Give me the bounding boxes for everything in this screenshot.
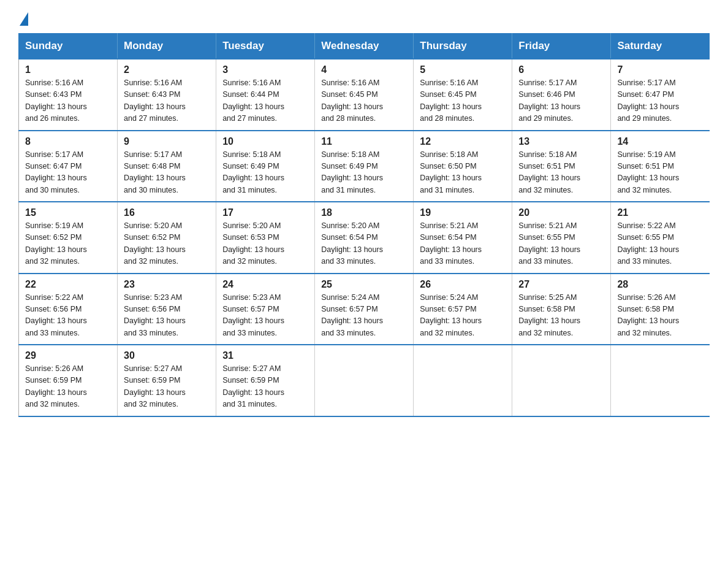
day-info: Sunrise: 5:18 AMSunset: 6:51 PMDaylight:… bbox=[518, 149, 604, 197]
calendar-week-row: 8Sunrise: 5:17 AMSunset: 6:47 PMDaylight… bbox=[19, 131, 710, 202]
calendar-cell: 7Sunrise: 5:17 AMSunset: 6:47 PMDaylight… bbox=[611, 59, 710, 131]
calendar-cell: 28Sunrise: 5:26 AMSunset: 6:58 PMDayligh… bbox=[611, 274, 710, 345]
day-number: 18 bbox=[321, 207, 407, 218]
calendar-cell: 27Sunrise: 5:25 AMSunset: 6:58 PMDayligh… bbox=[512, 274, 611, 345]
day-number: 2 bbox=[124, 64, 210, 75]
calendar-cell: 13Sunrise: 5:18 AMSunset: 6:51 PMDayligh… bbox=[512, 131, 611, 202]
day-info: Sunrise: 5:19 AMSunset: 6:51 PMDaylight:… bbox=[617, 149, 703, 197]
calendar-cell: 15Sunrise: 5:19 AMSunset: 6:52 PMDayligh… bbox=[19, 202, 118, 274]
day-info: Sunrise: 5:24 AMSunset: 6:57 PMDaylight:… bbox=[321, 292, 407, 340]
calendar-cell: 3Sunrise: 5:16 AMSunset: 6:44 PMDaylight… bbox=[216, 59, 315, 131]
day-number: 10 bbox=[222, 136, 308, 147]
day-number: 27 bbox=[518, 279, 604, 290]
calendar-cell: 31Sunrise: 5:27 AMSunset: 6:59 PMDayligh… bbox=[216, 345, 315, 416]
header-cell-monday: Monday bbox=[118, 34, 216, 59]
calendar-cell: 11Sunrise: 5:18 AMSunset: 6:49 PMDayligh… bbox=[315, 131, 414, 202]
header-row: SundayMondayTuesdayWednesdayThursdayFrid… bbox=[19, 34, 710, 59]
day-number: 4 bbox=[321, 64, 407, 75]
day-number: 5 bbox=[420, 64, 506, 75]
day-info: Sunrise: 5:22 AMSunset: 6:55 PMDaylight:… bbox=[617, 220, 703, 268]
day-info: Sunrise: 5:17 AMSunset: 6:47 PMDaylight:… bbox=[617, 77, 703, 125]
day-info: Sunrise: 5:18 AMSunset: 6:49 PMDaylight:… bbox=[222, 149, 308, 197]
day-number: 21 bbox=[617, 207, 703, 218]
day-info: Sunrise: 5:16 AMSunset: 6:43 PMDaylight:… bbox=[124, 77, 210, 125]
day-info: Sunrise: 5:18 AMSunset: 6:50 PMDaylight:… bbox=[420, 149, 506, 197]
calendar-header: SundayMondayTuesdayWednesdayThursdayFrid… bbox=[19, 34, 710, 59]
day-info: Sunrise: 5:17 AMSunset: 6:47 PMDaylight:… bbox=[25, 149, 111, 197]
calendar-week-row: 15Sunrise: 5:19 AMSunset: 6:52 PMDayligh… bbox=[19, 202, 710, 274]
calendar-cell: 22Sunrise: 5:22 AMSunset: 6:56 PMDayligh… bbox=[19, 274, 118, 345]
day-number: 31 bbox=[222, 350, 308, 361]
day-info: Sunrise: 5:22 AMSunset: 6:56 PMDaylight:… bbox=[25, 292, 111, 340]
header-cell-saturday: Saturday bbox=[611, 34, 710, 59]
calendar-cell: 10Sunrise: 5:18 AMSunset: 6:49 PMDayligh… bbox=[216, 131, 315, 202]
day-info: Sunrise: 5:21 AMSunset: 6:55 PMDaylight:… bbox=[518, 220, 604, 268]
header-cell-wednesday: Wednesday bbox=[315, 34, 414, 59]
calendar-cell: 9Sunrise: 5:17 AMSunset: 6:48 PMDaylight… bbox=[118, 131, 216, 202]
day-info: Sunrise: 5:20 AMSunset: 6:53 PMDaylight:… bbox=[222, 220, 308, 268]
calendar-cell: 24Sunrise: 5:23 AMSunset: 6:57 PMDayligh… bbox=[216, 274, 315, 345]
day-number: 6 bbox=[518, 64, 604, 75]
calendar-cell: 6Sunrise: 5:17 AMSunset: 6:46 PMDaylight… bbox=[512, 59, 611, 131]
day-info: Sunrise: 5:23 AMSunset: 6:57 PMDaylight:… bbox=[222, 292, 308, 340]
day-number: 1 bbox=[25, 64, 111, 75]
calendar-cell: 30Sunrise: 5:27 AMSunset: 6:59 PMDayligh… bbox=[118, 345, 216, 416]
calendar-week-row: 1Sunrise: 5:16 AMSunset: 6:43 PMDaylight… bbox=[19, 59, 710, 131]
day-info: Sunrise: 5:27 AMSunset: 6:59 PMDaylight:… bbox=[222, 363, 308, 411]
calendar-cell bbox=[611, 345, 710, 416]
calendar-cell: 23Sunrise: 5:23 AMSunset: 6:56 PMDayligh… bbox=[118, 274, 216, 345]
logo bbox=[18, 12, 29, 22]
day-number: 19 bbox=[420, 207, 506, 218]
day-info: Sunrise: 5:24 AMSunset: 6:57 PMDaylight:… bbox=[420, 292, 506, 340]
calendar-cell: 16Sunrise: 5:20 AMSunset: 6:52 PMDayligh… bbox=[118, 202, 216, 274]
day-number: 20 bbox=[518, 207, 604, 218]
calendar-cell: 25Sunrise: 5:24 AMSunset: 6:57 PMDayligh… bbox=[315, 274, 414, 345]
calendar-cell: 4Sunrise: 5:16 AMSunset: 6:45 PMDaylight… bbox=[315, 59, 414, 131]
day-info: Sunrise: 5:20 AMSunset: 6:54 PMDaylight:… bbox=[321, 220, 407, 268]
calendar-week-row: 29Sunrise: 5:26 AMSunset: 6:59 PMDayligh… bbox=[19, 345, 710, 416]
day-number: 13 bbox=[518, 136, 604, 147]
logo-triangle-icon bbox=[20, 12, 28, 26]
day-number: 24 bbox=[222, 279, 308, 290]
day-number: 22 bbox=[25, 279, 111, 290]
day-info: Sunrise: 5:20 AMSunset: 6:52 PMDaylight:… bbox=[124, 220, 210, 268]
day-info: Sunrise: 5:26 AMSunset: 6:58 PMDaylight:… bbox=[617, 292, 703, 340]
calendar-table: SundayMondayTuesdayWednesdayThursdayFrid… bbox=[18, 33, 710, 417]
day-info: Sunrise: 5:25 AMSunset: 6:58 PMDaylight:… bbox=[518, 292, 604, 340]
day-number: 17 bbox=[222, 207, 308, 218]
calendar-cell: 14Sunrise: 5:19 AMSunset: 6:51 PMDayligh… bbox=[611, 131, 710, 202]
calendar-cell: 1Sunrise: 5:16 AMSunset: 6:43 PMDaylight… bbox=[19, 59, 118, 131]
header-cell-sunday: Sunday bbox=[19, 34, 118, 59]
day-info: Sunrise: 5:16 AMSunset: 6:45 PMDaylight:… bbox=[321, 77, 407, 125]
day-info: Sunrise: 5:21 AMSunset: 6:54 PMDaylight:… bbox=[420, 220, 506, 268]
calendar-cell: 18Sunrise: 5:20 AMSunset: 6:54 PMDayligh… bbox=[315, 202, 414, 274]
calendar-cell: 5Sunrise: 5:16 AMSunset: 6:45 PMDaylight… bbox=[414, 59, 512, 131]
calendar-cell bbox=[414, 345, 512, 416]
calendar-cell: 21Sunrise: 5:22 AMSunset: 6:55 PMDayligh… bbox=[611, 202, 710, 274]
day-number: 16 bbox=[124, 207, 210, 218]
calendar-cell bbox=[512, 345, 611, 416]
day-number: 8 bbox=[25, 136, 111, 147]
day-number: 29 bbox=[25, 350, 111, 361]
header-cell-thursday: Thursday bbox=[414, 34, 512, 59]
day-number: 14 bbox=[617, 136, 703, 147]
day-number: 15 bbox=[25, 207, 111, 218]
day-info: Sunrise: 5:18 AMSunset: 6:49 PMDaylight:… bbox=[321, 149, 407, 197]
day-number: 23 bbox=[124, 279, 210, 290]
day-number: 11 bbox=[321, 136, 407, 147]
day-info: Sunrise: 5:16 AMSunset: 6:44 PMDaylight:… bbox=[222, 77, 308, 125]
calendar-cell: 12Sunrise: 5:18 AMSunset: 6:50 PMDayligh… bbox=[414, 131, 512, 202]
day-number: 12 bbox=[420, 136, 506, 147]
calendar-cell: 29Sunrise: 5:26 AMSunset: 6:59 PMDayligh… bbox=[19, 345, 118, 416]
day-info: Sunrise: 5:26 AMSunset: 6:59 PMDaylight:… bbox=[25, 363, 111, 411]
day-info: Sunrise: 5:16 AMSunset: 6:43 PMDaylight:… bbox=[25, 77, 111, 125]
calendar-cell: 2Sunrise: 5:16 AMSunset: 6:43 PMDaylight… bbox=[118, 59, 216, 131]
calendar-cell: 19Sunrise: 5:21 AMSunset: 6:54 PMDayligh… bbox=[414, 202, 512, 274]
day-info: Sunrise: 5:17 AMSunset: 6:46 PMDaylight:… bbox=[518, 77, 604, 125]
calendar-cell bbox=[315, 345, 414, 416]
day-number: 3 bbox=[222, 64, 308, 75]
day-info: Sunrise: 5:16 AMSunset: 6:45 PMDaylight:… bbox=[420, 77, 506, 125]
day-number: 7 bbox=[617, 64, 703, 75]
day-number: 25 bbox=[321, 279, 407, 290]
day-info: Sunrise: 5:17 AMSunset: 6:48 PMDaylight:… bbox=[124, 149, 210, 197]
